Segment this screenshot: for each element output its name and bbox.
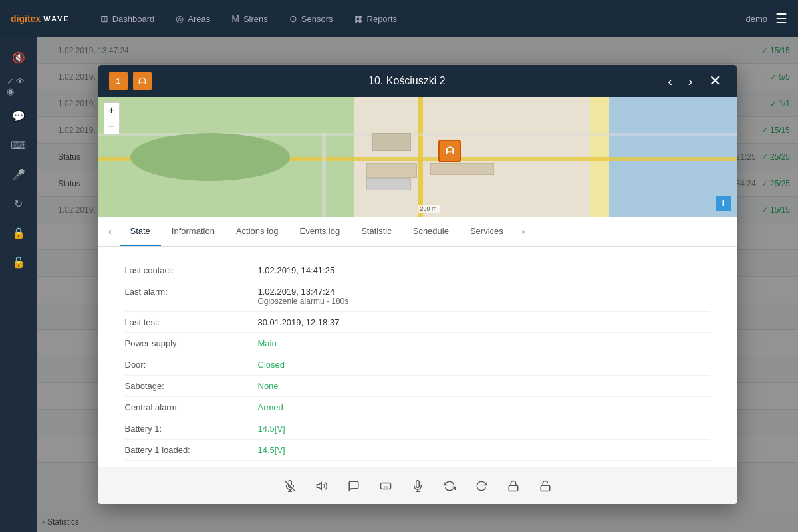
- tabs-next-button[interactable]: ›: [514, 217, 533, 246]
- modal: 1 ᗩ 10. Kościuszki 2 ‹ › ✕: [98, 65, 737, 504]
- sidebar-keyboard-icon[interactable]: ⌨: [7, 133, 31, 157]
- tab-state[interactable]: State: [120, 217, 161, 246]
- modal-prev-button[interactable]: ‹: [662, 71, 678, 92]
- last-alarm-date: 1.02.2019, 13:47:24: [258, 287, 349, 297]
- battery1-loaded-label: Battery 1 loaded:: [125, 445, 258, 455]
- central-alarm-value: Armed: [258, 402, 283, 412]
- door-label: Door:: [125, 360, 258, 370]
- footer-mute-button[interactable]: [278, 474, 302, 498]
- sidebar-mic-icon[interactable]: 🎤: [7, 162, 31, 186]
- map-block3: [366, 178, 411, 190]
- reports-icon: ▦: [354, 13, 363, 24]
- info-row-central-alarm: Central alarm: Armed: [125, 397, 710, 418]
- footer-refresh-button[interactable]: [469, 474, 493, 498]
- sidebar-eye-icon[interactable]: ✓ 👁 ◉: [7, 74, 31, 98]
- last-test-label: Last test:: [125, 317, 258, 327]
- battery1-loaded-value: 14.5[V]: [258, 445, 285, 455]
- nav-label-sirens: Sirens: [243, 14, 268, 24]
- svg-rect-8: [541, 485, 550, 491]
- map-road-s1: [322, 133, 326, 217]
- info-row-battery1-loaded: Battery 1 loaded: 14.5[V]: [125, 440, 710, 461]
- battery1-value: 14.5[V]: [258, 424, 285, 434]
- battery1-label: Battery 1:: [125, 424, 258, 434]
- tab-schedule[interactable]: Schedule: [402, 217, 460, 246]
- tab-services[interactable]: Services: [460, 217, 514, 246]
- sabotage-value: None: [258, 381, 279, 391]
- modal-next-button[interactable]: ›: [683, 71, 698, 92]
- info-row-battery1: Battery 1: 14.5[V]: [125, 418, 710, 440]
- map-block4: [372, 133, 411, 151]
- svg-rect-7: [509, 485, 518, 491]
- power-supply-value: Main: [258, 338, 277, 348]
- modal-badge: 1: [109, 72, 128, 90]
- topbar: digitex WAVE ⊞ Dashboard ◎ Areas M Siren…: [0, 0, 798, 37]
- brand-name: digitex: [11, 13, 41, 24]
- map-hill: [130, 133, 290, 181]
- info-row-last-test: Last test: 30.01.2019, 12:18:37: [125, 312, 710, 333]
- nav-item-sensors[interactable]: ⊙ Sensors: [279, 0, 344, 37]
- tab-actions-log[interactable]: Actions log: [225, 217, 289, 246]
- sidebar: 🔇 ✓ 👁 ◉ 💬 ⌨ 🎤 ↻ 🔒 🔓: [0, 37, 37, 532]
- last-alarm-label: Last alarm:: [125, 287, 258, 297]
- nav-label-reports: Reports: [367, 14, 398, 24]
- sabotage-label: Sabotage:: [125, 381, 258, 391]
- info-row-power-supply: Power supply: Main: [125, 333, 710, 354]
- map-zoom-in-button[interactable]: +: [104, 102, 120, 118]
- hamburger-icon[interactable]: ☰: [775, 11, 787, 27]
- brand-product: WAVE: [43, 15, 70, 23]
- map-zoom: + −: [104, 102, 120, 134]
- dashboard-icon: ⊞: [100, 13, 108, 24]
- footer-recycle-button[interactable]: [438, 474, 462, 498]
- info-row-last-contact: Last contact: 1.02.2019, 14:41:25: [125, 260, 710, 281]
- map-zoom-out-button[interactable]: −: [104, 118, 120, 134]
- map-scale: 200 m: [418, 205, 440, 213]
- sidebar-chat-icon[interactable]: 💬: [7, 104, 31, 128]
- modal-map: ᗩ + − 200 m i: [98, 97, 737, 217]
- main-area: 1.02.2019, 13:47:24✓ 15/15 1.02.2019, 13…: [37, 37, 798, 532]
- tab-information[interactable]: Information: [161, 217, 225, 246]
- nav-item-reports[interactable]: ▦ Reports: [344, 0, 408, 37]
- modal-tabs: ‹ State Information Actions log Events l…: [98, 217, 737, 247]
- sidebar-lock-icon[interactable]: 🔒: [7, 221, 31, 245]
- sidebar-refresh-icon[interactable]: ↻: [7, 192, 31, 215]
- footer-chat-button[interactable]: [342, 474, 366, 498]
- modal-footer: [98, 467, 737, 504]
- door-value: Closed: [258, 360, 285, 370]
- topbar-right: demo ☰: [745, 11, 787, 27]
- nav-label-areas: Areas: [188, 14, 210, 24]
- tabs-prev-button[interactable]: ‹: [101, 217, 120, 246]
- footer-unlock-button[interactable]: [533, 474, 557, 498]
- svg-rect-4: [380, 483, 390, 489]
- map-block2: [430, 163, 494, 175]
- modal-header-left: 1 ᗩ: [109, 72, 152, 90]
- map-placeholder: ᗩ + − 200 m i: [98, 97, 737, 217]
- areas-icon: ◎: [176, 13, 184, 24]
- footer-keyboard-button[interactable]: [374, 474, 398, 498]
- last-contact-value: 1.02.2019, 14:41:25: [258, 265, 335, 275]
- modal-close-button[interactable]: ✕: [704, 70, 726, 92]
- central-alarm-label: Central alarm:: [125, 402, 258, 412]
- footer-lock-button[interactable]: [501, 474, 525, 498]
- sidebar-unlock-icon[interactable]: 🔓: [7, 250, 31, 274]
- user-label: demo: [745, 14, 767, 24]
- nav-item-areas[interactable]: ◎ Areas: [165, 0, 221, 37]
- info-row-door: Door: Closed: [125, 354, 710, 376]
- last-alarm-sub: Ogłoszenie alarmu - 180s: [258, 297, 349, 306]
- modal-brand-icon: ᗩ: [133, 72, 152, 90]
- sidebar-mute-icon[interactable]: 🔇: [7, 45, 31, 69]
- tab-statistic[interactable]: Statistic: [350, 217, 402, 246]
- map-info-button[interactable]: i: [716, 196, 732, 211]
- tab-events-log[interactable]: Events log: [289, 217, 351, 246]
- modal-nav: ‹ › ✕: [662, 70, 726, 92]
- map-marker: ᗩ: [438, 140, 461, 162]
- nav-item-sirens[interactable]: M Sirens: [221, 0, 279, 37]
- modal-title: 10. Kościuszki 2: [152, 75, 663, 87]
- footer-volume-button[interactable]: [310, 474, 334, 498]
- sensors-icon: ⊙: [289, 13, 297, 24]
- sirens-icon: M: [231, 13, 239, 24]
- modal-content: Last contact: 1.02.2019, 14:41:25 Last a…: [98, 247, 737, 467]
- nav-item-dashboard[interactable]: ⊞ Dashboard: [90, 0, 166, 37]
- footer-mic-button[interactable]: [406, 474, 430, 498]
- info-row-battery2: Battery 2: 15[V]: [125, 461, 710, 467]
- map-block1: [366, 163, 418, 178]
